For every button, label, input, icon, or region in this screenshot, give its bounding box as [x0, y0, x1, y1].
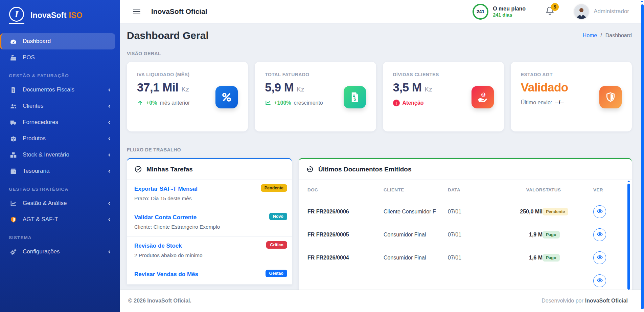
view-document-button[interactable]: [593, 274, 606, 287]
sidebar-item-fornecedores[interactable]: Fornecedores: [0, 114, 120, 130]
header-right: 241 O meu plano 241 dias 5 Administrador: [473, 4, 629, 20]
stat-value: Validado: [521, 81, 568, 94]
table-row: [299, 269, 632, 290]
sidebar-item-label: Dashboard: [23, 38, 107, 45]
documents-table-body: FR FR2026/0006 Cliente Consumidor F 07/0…: [299, 200, 632, 290]
sidebar-item-clientes[interactable]: Clientes: [0, 98, 120, 114]
col-valor: VALOR: [492, 187, 543, 192]
workflow-row: Minhas Tarefas Exportar SAF-T Mensal Pra…: [127, 158, 632, 290]
sidebar-item-dashboard[interactable]: Dashboard: [0, 33, 115, 49]
stat-meta: +0% mês anterior: [137, 100, 190, 106]
overview-section-label: VISÃO GERAL: [127, 51, 632, 56]
tasks-card: Minhas Tarefas Exportar SAF-T Mensal Pra…: [127, 158, 292, 285]
table-row: FR FR2026/0006 Cliente Consumidor F 07/0…: [299, 200, 632, 223]
stat-label: TOTAL FATURADO: [265, 72, 323, 77]
truck-icon: [9, 118, 18, 126]
task-row: Validar Conta Corrente Cliente: Cliente …: [127, 208, 292, 237]
sidebar-item-configuracoes[interactable]: Configurações: [0, 244, 120, 260]
workflow-section-label: FLUXO DE TRABALHO: [127, 147, 632, 152]
breadcrumb: Home / Dashboard: [583, 33, 632, 39]
sidebar-item-label: Clientes: [23, 103, 107, 109]
plan-days-ring: 241: [473, 4, 488, 20]
sidebar-item-stock-inventario[interactable]: Stock & Inventário: [0, 147, 120, 163]
stat-label: IVA LIQUIDADO (MÊS): [137, 72, 190, 77]
sidebar-item-label: Produtos: [23, 135, 107, 142]
col-data: DATA: [448, 187, 492, 192]
task-badge: Gestão: [266, 270, 287, 277]
user-menu[interactable]: Administrador: [574, 4, 629, 19]
task-description: 2 Produtos abaixo do mínimo: [134, 252, 285, 258]
documents-scrollbar-thumb[interactable]: [627, 184, 630, 290]
chart-line-icon: [9, 199, 18, 207]
doc-status-badge: Pago: [543, 254, 560, 262]
chevron-left-icon: [107, 201, 112, 206]
task-title-link[interactable]: Revisar Vendas do Mês: [134, 271, 285, 278]
main-column: InovaSoft Oficial 241 O meu plano 241 di…: [120, 0, 644, 312]
stat-value: 5,9 M: [265, 81, 294, 94]
view-document-button[interactable]: [593, 205, 606, 218]
notifications-button[interactable]: 5: [545, 6, 555, 18]
doc-value: 250,0 Mil: [492, 209, 543, 215]
sidebar-item-gestao-analise[interactable]: Gestão & Análise: [0, 195, 120, 211]
sidebar-item-tesouraria[interactable]: Tesouraria: [0, 163, 120, 179]
chart-up-icon: [265, 100, 271, 106]
stat-meta: +100% crescimento: [265, 100, 323, 106]
shield-icon: [9, 215, 18, 224]
table-row: FR FR2026/0004 Consumidor Final 07/01 1,…: [299, 246, 632, 269]
box-icon: [9, 134, 18, 143]
sidebar-section-label: GESTÃO & FATURAÇÃO: [0, 66, 120, 82]
doc-status-badge: Pendente: [543, 208, 568, 215]
view-document-button[interactable]: [593, 228, 606, 241]
page-scrollbar: [640, 0, 644, 312]
svg-text:$: $: [353, 97, 356, 102]
brand[interactable]: I InovaSoftISO: [0, 0, 120, 29]
sidebar-item-pos[interactable]: POS: [0, 49, 120, 66]
gauge-icon: [9, 37, 18, 45]
sidebar-nav: Dashboard POS GESTÃO & FATURAÇÃO $ Docum…: [0, 29, 120, 312]
sidebar-item-produtos[interactable]: Produtos: [0, 130, 120, 147]
stat-card-dividas-clientes: DÍVIDAS CLIENTES 3,5 M Kz ! Atenção $: [383, 62, 504, 131]
stat-value: 37,1 Mil: [137, 81, 178, 94]
task-row: Exportar SAF-T Mensal Prazo: Dia 15 dest…: [127, 180, 292, 208]
task-row: Revisar Vendas do Mês Gestão: [127, 265, 292, 285]
chevron-left-icon: [107, 104, 112, 108]
doc-value: 1,9 M: [492, 232, 543, 238]
view-document-button[interactable]: [593, 251, 606, 264]
plan-label: O meu plano: [493, 5, 526, 13]
breadcrumb-current: Dashboard: [605, 33, 632, 39]
breadcrumb-separator: /: [600, 33, 602, 39]
cash-register-icon: [9, 54, 18, 62]
doc-client: Consumidor Final: [384, 255, 448, 261]
sidebar-item-documentos-fiscais[interactable]: $ Documentos Fiscais: [0, 82, 120, 98]
col-status: STATUS: [543, 187, 593, 192]
page-scrollbar-thumb[interactable]: [641, 4, 644, 309]
plan-widget[interactable]: 241 O meu plano 241 dias: [473, 4, 526, 20]
documents-table-header: DOC CLIENTE DATA VALOR STATUS VER: [299, 180, 632, 200]
app-root: I InovaSoftISO Dashboard POS GESTÃO & FA…: [0, 0, 644, 312]
menu-toggle-icon[interactable]: [132, 7, 141, 16]
task-badge: Crítico: [266, 241, 287, 249]
stat-meta: ! Atenção: [393, 100, 439, 106]
task-title-link[interactable]: Validar Conta Corrente: [134, 214, 285, 221]
task-row: Revisão de Stock 2 Produtos abaixo do mí…: [127, 237, 292, 265]
invoice-dollar-icon: $: [344, 86, 366, 108]
avatar: [574, 4, 589, 19]
tasks-card-title: Minhas Tarefas: [146, 166, 193, 173]
documents-card-title: Últimos Documentos Emitidos: [318, 166, 412, 173]
doc-number: FR FR2026/0005: [307, 232, 384, 238]
breadcrumb-home-link[interactable]: Home: [583, 33, 597, 39]
task-description: Cliente: Cliente Estrangeiro Exemplo: [134, 224, 285, 230]
stat-unit: Kz: [425, 86, 432, 93]
sidebar: I InovaSoftISO Dashboard POS GESTÃO & FA…: [0, 0, 120, 312]
task-list: Exportar SAF-T Mensal Prazo: Dia 15 dest…: [127, 180, 292, 285]
sidebar-item-agt-saf-t[interactable]: AGT & SAF-T: [0, 211, 120, 228]
doc-client: Consumidor Final: [384, 232, 448, 238]
stat-label: DÍVIDAS CLIENTES: [393, 72, 439, 77]
chevron-left-icon: [107, 250, 112, 254]
task-title-link[interactable]: Revisão de Stock: [134, 243, 285, 249]
stat-card-iva-liquidado-mes: IVA LIQUIDADO (MÊS) 37,1 Mil Kz +0% mês …: [127, 62, 248, 131]
documents-card: Últimos Documentos Emitidos DOC CLIENTE …: [299, 158, 632, 290]
top-bar: InovaSoft Oficial 241 O meu plano 241 di…: [120, 0, 644, 23]
arrow-up-icon: [137, 100, 143, 106]
sidebar-item-label: Gestão & Análise: [23, 200, 107, 207]
